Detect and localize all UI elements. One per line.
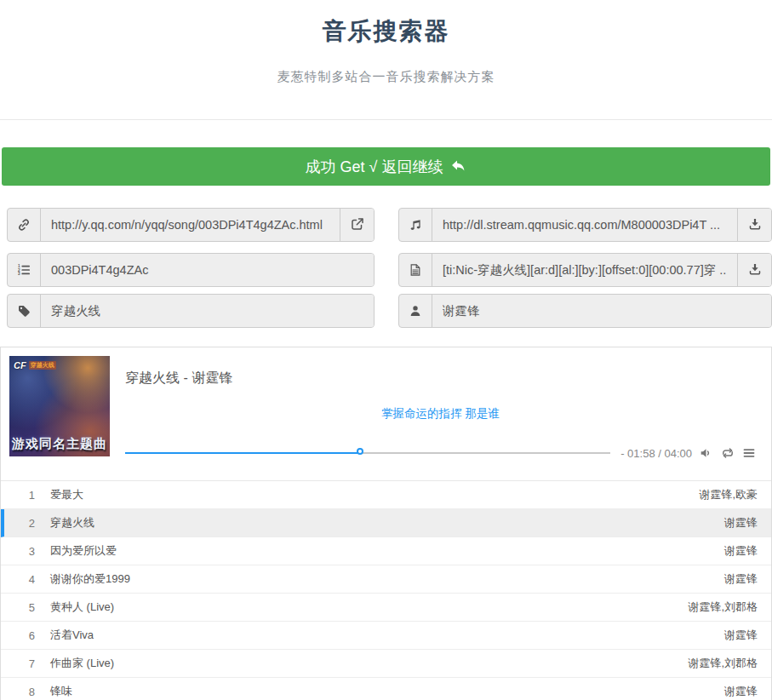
list-ol-icon: 123 (8, 254, 41, 286)
album-caption: 游戏同名主题曲 (9, 436, 110, 452)
track-artist: 谢霆锋 (724, 515, 758, 531)
lyric-group (398, 253, 772, 287)
list-item[interactable]: 4 谢谢你的爱1999 谢霆锋 (1, 565, 771, 594)
list-item[interactable]: 3 因为爱所以爱 谢霆锋 (1, 537, 771, 565)
volume-icon[interactable] (699, 446, 713, 460)
track-number: 5 (14, 601, 35, 614)
playlist-menu-icon[interactable] (742, 446, 756, 460)
now-playing-title: 穿越火线 - 谢霆锋 (125, 370, 756, 387)
music-note-icon (399, 209, 432, 241)
song-name-input[interactable] (41, 295, 374, 327)
tag-icon (8, 295, 41, 327)
song-id-group: 123 (7, 253, 375, 287)
result-fields: 123 (0, 208, 772, 328)
track-title: 爱最大 (50, 487, 83, 502)
player-card: CF 穿越火线 游戏同名主题曲 穿越火线 - 谢霆锋 掌握命运的指挥 那是谁 -… (0, 347, 772, 700)
page-header: 音乐搜索器 麦葱特制多站合一音乐搜索解决方案 (0, 0, 772, 120)
track-title: 活着Viva (50, 628, 94, 643)
user-icon (399, 295, 432, 327)
download-lyric-button[interactable] (737, 254, 771, 286)
page-title: 音乐搜索器 (0, 15, 772, 48)
svg-text:3: 3 (18, 272, 20, 276)
page-url-group (7, 208, 375, 242)
track-title: 作曲家 (Live) (50, 656, 114, 671)
track-number: 2 (14, 517, 35, 530)
artist-group (398, 294, 772, 328)
page-subtitle: 麦葱特制多站合一音乐搜索解决方案 (0, 69, 772, 85)
track-number: 1 (14, 489, 35, 502)
link-icon (8, 209, 41, 241)
fields-right-column (398, 208, 772, 328)
track-title: 穿越火线 (50, 515, 94, 531)
track-title: 锋味 (50, 684, 72, 699)
list-item[interactable]: 1 爱最大 谢霆锋,欧豪 (1, 481, 771, 509)
track-artist: 谢霆锋 (724, 684, 758, 699)
list-item[interactable]: 7 作曲家 (Live) 谢霆锋,刘郡格 (1, 650, 771, 678)
download-icon (748, 217, 762, 233)
track-artist: 谢霆锋,欧豪 (699, 487, 758, 502)
list-item[interactable]: 5 黄种人 (Live) 谢霆锋,刘郡格 (1, 594, 771, 622)
track-number: 8 (14, 686, 35, 698)
song-url-group (398, 208, 772, 242)
track-artist: 谢霆锋,刘郡格 (688, 600, 758, 615)
track-title: 黄种人 (Live) (50, 600, 114, 615)
reply-icon (450, 159, 466, 174)
list-item[interactable]: 8 锋味 谢霆锋 (1, 678, 771, 700)
track-number: 4 (14, 573, 35, 586)
alert-label: 成功 Get √ 返回继续 (306, 157, 443, 177)
open-page-button[interactable] (340, 209, 374, 241)
external-link-icon (351, 217, 364, 233)
download-song-button[interactable] (737, 209, 771, 241)
file-text-icon (399, 254, 432, 286)
success-return-button[interactable]: 成功 Get √ 返回继续 (2, 147, 770, 186)
track-number: 7 (14, 657, 35, 670)
track-number: 3 (14, 545, 35, 558)
seek-handle[interactable] (357, 448, 363, 455)
song-url-input[interactable] (432, 209, 737, 241)
seek-bar-fill (125, 452, 362, 454)
track-title: 谢谢你的爱1999 (50, 571, 130, 587)
track-title: 因为爱所以爱 (50, 543, 117, 559)
album-logo-text: 穿越火线 (29, 361, 56, 370)
progress-row: - 01:58 / 04:00 (125, 446, 756, 460)
album-art: CF 穿越火线 游戏同名主题曲 (9, 356, 110, 456)
list-item[interactable]: 2 穿越火线 谢霆锋 (1, 509, 771, 537)
fields-left-column: 123 (7, 208, 375, 328)
repeat-icon[interactable] (720, 446, 735, 460)
artist-input[interactable] (432, 295, 771, 327)
album-logo-cf: CF (14, 360, 26, 370)
song-id-input[interactable] (41, 254, 374, 286)
track-number: 6 (14, 629, 35, 642)
seek-bar[interactable] (125, 452, 610, 454)
track-artist: 谢霆锋 (724, 628, 758, 643)
download-icon (748, 262, 762, 278)
current-lyric-line: 掌握命运的指挥 那是谁 (125, 406, 756, 422)
song-name-group (7, 294, 375, 328)
player-main: 穿越火线 - 谢霆锋 掌握命运的指挥 那是谁 - 01:58 / 04:00 (110, 356, 763, 460)
album-logo: CF 穿越火线 (14, 360, 56, 370)
lyric-input[interactable] (432, 254, 737, 286)
page-url-input[interactable] (41, 209, 340, 241)
player-top: CF 穿越火线 游戏同名主题曲 穿越火线 - 谢霆锋 掌握命运的指挥 那是谁 -… (1, 347, 771, 468)
track-artist: 谢霆锋 (724, 571, 758, 587)
track-artist: 谢霆锋 (724, 543, 758, 559)
track-artist: 谢霆锋,刘郡格 (688, 656, 758, 671)
playlist: 1 爱最大 谢霆锋,欧豪 2 穿越火线 谢霆锋 3 因为爱所以爱 谢霆锋 4 谢… (1, 480, 771, 700)
time-display: - 01:58 / 04:00 (620, 447, 692, 460)
list-item[interactable]: 6 活着Viva 谢霆锋 (1, 622, 771, 650)
